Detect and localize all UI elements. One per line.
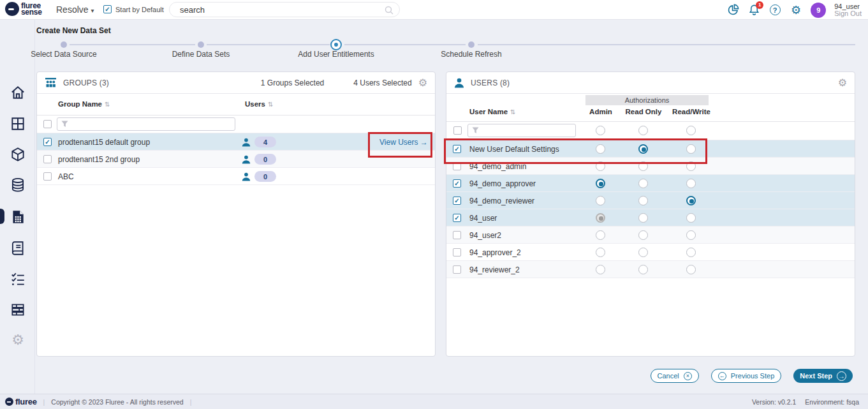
resolve-dropdown-label: Resolve: [56, 4, 89, 15]
groups-panel: GROUPS (3) 1 Groups Selected 4 Users Sel…: [36, 71, 436, 357]
sort-icon[interactable]: ⇅: [105, 101, 110, 108]
next-step-label: Next Step: [800, 372, 832, 380]
sidebar-item-tasks[interactable]: [10, 271, 26, 287]
notifications-bell-icon[interactable]: 1: [747, 4, 760, 17]
analytics-pie-icon[interactable]: [726, 4, 739, 17]
users-select-all-checkbox[interactable]: [453, 126, 462, 135]
step-dot-add-user-entitlements[interactable]: [330, 39, 342, 50]
radio-col-ro[interactable]: [638, 230, 648, 240]
logo-line2: sense: [21, 9, 42, 15]
user-name: 94_demo_reviewer: [469, 197, 534, 205]
radio-col-rw[interactable]: [686, 179, 696, 188]
person-icon: [242, 172, 251, 181]
groups-icon: [45, 78, 57, 87]
group-users-cell: 0: [242, 171, 276, 182]
radio-col-admin[interactable]: [596, 248, 605, 257]
sort-icon[interactable]: ⇅: [268, 101, 273, 108]
row-checkbox[interactable]: ✓: [43, 138, 52, 146]
step-dot-define-data-sets[interactable]: [198, 41, 204, 48]
radio-col-admin[interactable]: [596, 230, 605, 240]
radio-col-admin[interactable]: [596, 196, 605, 205]
row-checkbox[interactable]: ✓: [453, 179, 461, 188]
users-icon: [454, 78, 464, 88]
user-row[interactable]: ✓94_user: [446, 209, 855, 227]
row-checkbox[interactable]: ✓: [453, 214, 461, 222]
row-checkbox[interactable]: [43, 155, 52, 163]
row-checkbox[interactable]: ✓: [453, 197, 461, 205]
sort-icon[interactable]: ⇅: [510, 108, 515, 115]
sidebar-item-database[interactable]: [10, 177, 26, 193]
radio-col-ro[interactable]: [638, 196, 648, 205]
radio-col-admin[interactable]: [596, 265, 605, 274]
user-row[interactable]: ✓94_demo_reviewer: [446, 192, 855, 209]
step-label-add-user-entitlements: Add User Entitlements: [298, 50, 374, 59]
sidebar-item-home[interactable]: [10, 84, 26, 101]
col-group-name[interactable]: Group Name⇅: [58, 100, 110, 108]
radio-col-admin[interactable]: [596, 179, 605, 188]
row-checkbox[interactable]: [453, 231, 461, 239]
col-user-name[interactable]: User Name⇅: [469, 108, 515, 115]
fluree-logo-icon: [5, 2, 19, 16]
groups-filter-input[interactable]: [57, 117, 235, 131]
sidebar-item-grid[interactable]: [10, 115, 26, 132]
cancel-button[interactable]: Cancel ×: [651, 369, 699, 383]
previous-step-button[interactable]: ← Previous Step: [711, 369, 781, 383]
sign-out-link[interactable]: Sign Out: [834, 10, 862, 17]
help-icon[interactable]: ?: [769, 4, 781, 17]
start-by-default-checkbox[interactable]: ✓: [103, 5, 112, 13]
sidebar-item-cube[interactable]: [10, 146, 26, 163]
group-users-cell: 0: [242, 154, 276, 165]
fluree-sense-logo[interactable]: fluree sense: [5, 2, 42, 16]
radio-col-rw[interactable]: [686, 213, 696, 223]
row-checkbox[interactable]: [453, 265, 461, 274]
radio-col-rw[interactable]: [686, 230, 696, 240]
filter-radio-read-only[interactable]: [638, 126, 648, 135]
filter-icon: [472, 127, 479, 134]
filter-radio-admin[interactable]: [596, 126, 605, 135]
sidebar-item-settings[interactable]: ⚙: [10, 332, 26, 349]
row-checkbox[interactable]: [43, 172, 52, 181]
col-users[interactable]: Users⇅: [245, 100, 273, 108]
radio-col-ro[interactable]: [638, 179, 648, 188]
user-name: 94_approver_2: [469, 248, 521, 257]
radio-col-rw[interactable]: [686, 196, 696, 205]
resolve-dropdown[interactable]: Resolve▾: [56, 4, 94, 15]
radio-col-ro[interactable]: [638, 265, 648, 274]
radio-col-rw[interactable]: [686, 265, 696, 274]
radio-col-admin[interactable]: [596, 213, 605, 223]
step-dot-schedule-refresh[interactable]: [468, 41, 474, 48]
user-row[interactable]: 94_approver_2: [446, 244, 855, 261]
avatar[interactable]: 9: [811, 3, 826, 18]
user-count-badge: 4: [254, 137, 276, 147]
row-checkbox[interactable]: [453, 248, 461, 257]
search-input[interactable]: [170, 3, 399, 17]
radio-col-rw[interactable]: [686, 248, 696, 257]
radio-col-ro[interactable]: [638, 248, 648, 257]
groups-panel-gear-icon[interactable]: ⚙: [418, 78, 427, 88]
settings-gear-icon[interactable]: ⚙: [790, 4, 802, 17]
filter-radio-read-write[interactable]: [686, 126, 696, 135]
users-panel-gear-icon[interactable]: ⚙: [838, 78, 847, 88]
step-dot-select-data-source[interactable]: [61, 41, 67, 48]
stepper-line: [344, 44, 466, 45]
user-row[interactable]: 94_user2: [446, 227, 855, 244]
groups-filter-row: [37, 115, 435, 133]
groups-selected-count: 1 Groups Selected: [261, 78, 324, 87]
user-row[interactable]: 94_reviewer_2: [446, 261, 855, 278]
stepper-line: [478, 44, 855, 45]
user-row[interactable]: ✓94_demo_approver: [446, 175, 855, 192]
users-panel-title: USERS (8): [471, 78, 510, 87]
footer-logo-text: fluree: [15, 397, 37, 406]
fluree-logo-icon: [5, 398, 13, 406]
groups-select-all-checkbox[interactable]: [43, 120, 52, 128]
next-step-button[interactable]: Next Step →: [793, 369, 853, 383]
sidebar-item-pipelines[interactable]: [10, 301, 26, 318]
users-filter-input[interactable]: [467, 124, 576, 137]
user-name: 94_reviewer_2: [469, 265, 520, 274]
radio-col-ro[interactable]: [638, 213, 648, 223]
group-name: prodtenant15 2nd group: [58, 155, 140, 164]
close-icon: ×: [684, 372, 692, 380]
group-row[interactable]: ABC0: [37, 168, 435, 185]
sidebar-item-catalog[interactable]: [10, 240, 26, 257]
sidebar-item-datasets-active[interactable]: [10, 209, 26, 225]
